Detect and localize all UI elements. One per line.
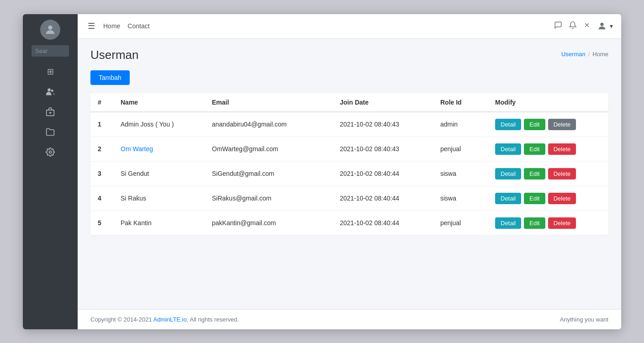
users-icon[interactable]: [42, 83, 59, 100]
bell-icon[interactable]: [569, 21, 577, 31]
topbar-actions: ▾: [554, 21, 613, 31]
cell-email: SiGendut@gmail.com: [205, 161, 333, 186]
main-content: ☰ Home Contact: [78, 14, 621, 329]
cell-modify: Detail Edit Delete: [488, 161, 608, 186]
cell-num: 2: [90, 137, 113, 161]
col-modify: Modify: [488, 93, 608, 112]
avatar: [40, 20, 60, 40]
col-email: Email: [205, 93, 333, 112]
table-body: 1 Admin Joss ( You ) anandabiru04@gmail.…: [90, 112, 608, 235]
breadcrumb-userman[interactable]: Userman: [561, 51, 586, 58]
action-buttons: Detail Edit Delete: [495, 217, 601, 229]
edit-button[interactable]: Edit: [524, 143, 545, 155]
table-row: 3 Si Gendut SiGendut@gmail.com 2021-10-0…: [90, 161, 608, 186]
store-icon[interactable]: [42, 103, 59, 121]
users-table: # Name Email Join Date Role Id Modify 1 …: [90, 93, 608, 235]
user-name-link[interactable]: Om Warteg: [121, 145, 153, 153]
cell-num: 4: [90, 186, 113, 211]
delete-button[interactable]: Delete: [548, 168, 576, 179]
col-role: Role Id: [433, 93, 488, 112]
table-row: 4 Si Rakus SiRakus@gmail.com 2021-10-02 …: [90, 186, 608, 211]
detail-button[interactable]: Detail: [495, 217, 521, 229]
action-buttons: Detail Edit Delete: [495, 193, 601, 204]
edit-button[interactable]: Edit: [524, 217, 545, 229]
tambah-button[interactable]: Tambah: [90, 70, 130, 85]
cell-modify: Detail Edit Delete: [488, 186, 608, 211]
user-name: Si Rakus: [121, 195, 146, 202]
cell-email: SiRakus@gmail.com: [205, 186, 333, 211]
topbar: ☰ Home Contact: [78, 14, 621, 39]
nav-home[interactable]: Home: [103, 22, 120, 30]
delete-button[interactable]: Delete: [548, 119, 576, 130]
detail-button[interactable]: Detail: [495, 168, 521, 179]
svg-point-6: [49, 151, 52, 153]
content-wrapper: Userman Userman / Home Tambah # Name Ema…: [78, 39, 621, 309]
user-name: Admin Joss ( You ): [121, 121, 174, 128]
footer: Copyright © 2014-2021 AdminLTE.io. All r…: [78, 309, 621, 329]
cell-date: 2021-10-02 08:40:43: [333, 137, 433, 161]
cell-role: penjual: [433, 137, 488, 161]
breadcrumb-separator: /: [588, 51, 590, 58]
search-input[interactable]: [32, 45, 69, 57]
menu-toggle-icon[interactable]: ☰: [86, 19, 97, 33]
cell-date: 2021-10-02 08:40:44: [333, 186, 433, 211]
action-buttons: Detail Edit Delete: [495, 119, 601, 130]
delete-button[interactable]: Delete: [548, 143, 576, 155]
sidebar: ⊞: [23, 14, 78, 329]
dashboard-icon[interactable]: ⊞: [42, 63, 59, 80]
cell-date: 2021-10-02 08:40:44: [333, 161, 433, 186]
cell-name: Admin Joss ( You ): [113, 112, 205, 137]
close-icon[interactable]: [583, 21, 591, 31]
cell-num: 5: [90, 211, 113, 235]
folder-icon[interactable]: [42, 123, 59, 141]
user-name: Si Gendut: [121, 170, 149, 177]
cell-role: siswa: [433, 186, 488, 211]
cell-name: Pak Kantin: [113, 211, 205, 235]
detail-button[interactable]: Detail: [495, 193, 521, 204]
edit-button[interactable]: Edit: [524, 193, 545, 204]
delete-button[interactable]: Delete: [548, 193, 576, 204]
col-name: Name: [113, 93, 205, 112]
svg-point-1: [48, 88, 51, 91]
user-menu[interactable]: ▾: [597, 21, 613, 31]
svg-point-0: [48, 25, 52, 29]
footer-copyright: Copyright © 2014-2021 AdminLTE.io. All r…: [90, 316, 239, 323]
cell-num: 1: [90, 112, 113, 137]
edit-button[interactable]: Edit: [524, 119, 545, 130]
chevron-down-icon: ▾: [610, 22, 613, 30]
cell-date: 2021-10-02 08:40:44: [333, 211, 433, 235]
cell-role: admin: [433, 112, 488, 137]
cell-email: pakKantin@gmail.com: [205, 211, 333, 235]
col-date: Join Date: [333, 93, 433, 112]
breadcrumb-home: Home: [592, 51, 608, 58]
svg-point-9: [600, 23, 603, 26]
nav-contact[interactable]: Contact: [127, 22, 149, 30]
cell-date: 2021-10-02 08:40:43: [333, 112, 433, 137]
cell-num: 3: [90, 161, 113, 186]
detail-button[interactable]: Detail: [495, 143, 521, 155]
cell-modify: Detail Edit Delete: [488, 211, 608, 235]
settings-icon[interactable]: [42, 143, 59, 161]
cell-email: OmWarteg@gmail.com: [205, 137, 333, 161]
cell-email: anandabiru04@gmail.com: [205, 112, 333, 137]
edit-button[interactable]: Edit: [524, 168, 545, 179]
table-row: 1 Admin Joss ( You ) anandabiru04@gmail.…: [90, 112, 608, 137]
footer-tagline: Anything you want: [560, 316, 608, 323]
chat-icon[interactable]: [554, 21, 562, 31]
user-name: Pak Kantin: [121, 219, 152, 227]
cell-role: siswa: [433, 161, 488, 186]
cell-modify: Detail Edit Delete: [488, 137, 608, 161]
action-buttons: Detail Edit Delete: [495, 168, 601, 179]
detail-button[interactable]: Detail: [495, 119, 521, 130]
cell-name: Si Rakus: [113, 186, 205, 211]
cell-role: penjual: [433, 211, 488, 235]
table-header-row: # Name Email Join Date Role Id Modify: [90, 93, 608, 112]
action-buttons: Detail Edit Delete: [495, 143, 601, 155]
table-row: 5 Pak Kantin pakKantin@gmail.com 2021-10…: [90, 211, 608, 235]
footer-brand-link[interactable]: AdminLTE.io.: [153, 316, 189, 323]
cell-name: Om Warteg: [113, 137, 205, 161]
top-nav: Home Contact: [103, 22, 548, 30]
content-header: Userman Userman / Home: [90, 48, 608, 62]
delete-button[interactable]: Delete: [548, 217, 576, 229]
svg-point-2: [51, 90, 53, 92]
